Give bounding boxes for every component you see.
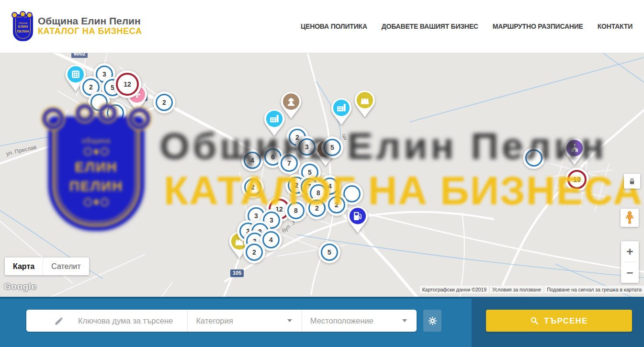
pencil-icon: [54, 316, 64, 326]
lock-icon: [627, 177, 637, 186]
chevron-down-icon: [287, 319, 292, 322]
advanced-search-button[interactable]: [423, 310, 441, 332]
crest-top-text: община: [19, 22, 27, 24]
watermark-title: Община Елин Пелин: [159, 124, 607, 168]
map-type-control: Карта Сателит: [5, 257, 89, 275]
municipality-crest-logo: община ЕЛИН ПЕЛИН: [11, 11, 33, 41]
nav-contacts[interactable]: КОНТАКТИ: [598, 22, 633, 30]
map-type-satellite-button[interactable]: Сателит: [43, 257, 89, 275]
gear-icon: [428, 316, 438, 326]
watermark-crest-top: община: [82, 136, 111, 145]
watermark-crest: община ЕЛИН ПЕЛИН: [42, 104, 151, 232]
location-select-value: Местоположение: [310, 316, 373, 325]
watermark-crest-line2: ПЕЛИН: [69, 178, 123, 195]
zoom-in-button[interactable]: +: [621, 241, 639, 262]
nav-pricing-policy[interactable]: ЦЕНОВА ПОЛИТИКА: [301, 22, 367, 30]
search-bar: Категория Местоположение: [0, 297, 644, 347]
watermark-crest-line1: ЕЛИН: [75, 158, 117, 176]
nav-route-schedule[interactable]: МАРШРУТНО РАЗПИСАНИЕ: [493, 22, 583, 30]
main-navigation: ЦЕНОВА ПОЛИТИКА ДОБАВЕТЕ ВАШИЯТ БИЗНЕС М…: [301, 0, 633, 53]
nav-add-business[interactable]: ДОБАВЕТЕ ВАШИЯТ БИЗНЕС: [382, 22, 478, 30]
site-subtitle: КАТАЛОГ НА БИЗНЕСА: [38, 26, 142, 37]
zoom-out-button[interactable]: −: [621, 262, 639, 283]
header: община ЕЛИН ПЕЛИН Община Елин Пелин КАТА…: [0, 0, 644, 53]
zoom-control: + −: [621, 241, 639, 283]
map-cluster-marker[interactable]: 2: [153, 91, 175, 113]
page: община ЕЛИН ПЕЛИН Община Елин Пелин КАТА…: [0, 0, 644, 347]
category-select-value: Категория: [196, 316, 233, 325]
map-cluster-marker[interactable]: 5: [318, 241, 340, 263]
map-cluster-marker[interactable]: 2: [243, 241, 265, 263]
chevron-down-icon: [402, 319, 407, 322]
map-lock-control[interactable]: [624, 174, 640, 189]
search-fields: Категория Местоположение: [26, 310, 417, 332]
crest-line1: ЕЛИН: [18, 25, 28, 29]
pegman-icon: [623, 211, 636, 225]
google-logo[interactable]: Google: [4, 281, 36, 292]
watermark-subtitle: КАТАЛОГ НА БИЗНЕСА: [164, 168, 643, 214]
map-canvas[interactable]: 6002 105 ул. Преслав бул. „Новосел ци 32…: [0, 53, 644, 297]
map-type-map-button[interactable]: Карта: [5, 257, 43, 275]
site-title: Община Елин Пелин: [38, 15, 142, 26]
attribution-report-link[interactable]: Подаване на сигнал за грешка в картата: [544, 286, 644, 293]
map-attribution: Картографски данни ©2019 Условия за полз…: [420, 286, 644, 293]
category-select[interactable]: Категория: [187, 310, 301, 332]
map-pin-factory-icon[interactable]: [330, 98, 352, 127]
location-select[interactable]: Местоположение: [302, 310, 417, 332]
keyword-search-input[interactable]: [77, 316, 175, 326]
map-cluster-marker[interactable]: 12: [113, 70, 141, 98]
street-view-pegman[interactable]: [621, 209, 639, 227]
keyword-field[interactable]: [26, 310, 187, 332]
search-icon: [530, 316, 539, 325]
attribution-terms-link[interactable]: Условия за ползване: [490, 286, 543, 293]
search-button-label: ТЪРСЕНЕ: [544, 316, 588, 325]
map-pin-bag-icon[interactable]: [354, 90, 376, 120]
attribution-data: Картографски данни ©2019: [420, 286, 489, 293]
brand[interactable]: община ЕЛИН ПЕЛИН Община Елин Пелин КАТА…: [11, 11, 142, 41]
crest-line2: ПЕЛИН: [17, 30, 29, 34]
search-button[interactable]: ТЪРСЕНЕ: [486, 310, 632, 332]
